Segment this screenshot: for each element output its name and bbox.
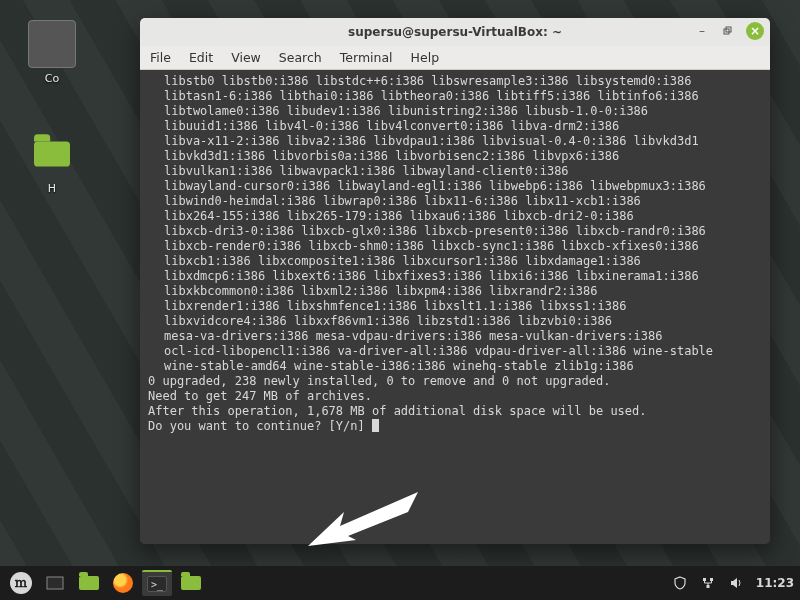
firefox-icon: [113, 573, 133, 593]
pkg-line: libvkd3d1:i386 libvorbis0a:i386 libvorbi…: [148, 149, 762, 164]
desktop-icon-label: Co: [45, 72, 59, 85]
computer-icon: [28, 20, 76, 68]
terminal-window: supersu@supersu-VirtualBox: ~ – × File E…: [140, 18, 770, 544]
pkg-line: libx264-155:i386 libx265-179:i386 libxau…: [148, 209, 762, 224]
pkg-line: libxcb1:i386 libxcomposite1:i386 libxcur…: [148, 254, 762, 269]
menu-search[interactable]: Search: [279, 50, 322, 65]
pkg-line: wine-stable-amd64 wine-stable-i386:i386 …: [148, 359, 762, 374]
pkg-line: libwayland-cursor0:i386 libwayland-egl1:…: [148, 179, 762, 194]
menubar: File Edit View Search Terminal Help: [140, 46, 770, 70]
pkg-line: libxdmcp6:i386 libxext6:i386 libxfixes3:…: [148, 269, 762, 284]
svg-rect-4: [703, 578, 706, 581]
taskbar: ⅿ >_ 11:23: [0, 566, 800, 600]
summary-line: After this operation, 1,678 MB of additi…: [148, 404, 762, 419]
pkg-line: ocl-icd-libopencl1:i386 va-driver-all:i3…: [148, 344, 762, 359]
desktop-icon-home[interactable]: H: [20, 130, 84, 195]
taskbar-clock[interactable]: 11:23: [756, 576, 794, 590]
summary-line: Need to get 247 MB of archives.: [148, 389, 762, 404]
network-icon[interactable]: [700, 575, 716, 591]
svg-rect-5: [710, 578, 713, 581]
menu-terminal[interactable]: Terminal: [340, 50, 393, 65]
taskbar-firefox-button[interactable]: [108, 570, 138, 596]
menu-file[interactable]: File: [150, 50, 171, 65]
pkg-line: libxkbcommon0:i386 libxml2:i386 libxpm4:…: [148, 284, 762, 299]
home-folder-icon: [28, 130, 76, 178]
taskbar-files-button[interactable]: [74, 570, 104, 596]
desktop-icon-computer[interactable]: Co: [20, 20, 84, 85]
pkg-line: libxvidcore4:i386 libxxf86vm1:i386 libzs…: [148, 314, 762, 329]
taskbar-terminal-button[interactable]: >_: [142, 570, 172, 596]
menu-help[interactable]: Help: [411, 50, 440, 65]
pkg-line: libtwolame0:i386 libudev1:i386 libunistr…: [148, 104, 762, 119]
window-controls: – ×: [694, 22, 764, 40]
pkg-line: libwind0-heimdal:i386 libwrap0:i386 libx…: [148, 194, 762, 209]
menu-view[interactable]: View: [231, 50, 261, 65]
shield-icon[interactable]: [672, 575, 688, 591]
svg-rect-6: [706, 585, 709, 588]
pkg-line: libstb0 libstb0:i386 libstdc++6:i386 lib…: [148, 74, 762, 89]
desktop-icon: [46, 576, 64, 590]
menu-edit[interactable]: Edit: [189, 50, 213, 65]
desktop-icon-label: H: [48, 182, 56, 195]
volume-icon[interactable]: [728, 575, 744, 591]
pkg-line: libxcb-dri3-0:i386 libxcb-glx0:i386 libx…: [148, 224, 762, 239]
show-desktop-button[interactable]: [40, 570, 70, 596]
taskbar-files2-button[interactable]: [176, 570, 206, 596]
pkg-line: libva-x11-2:i386 libva2:i386 libvdpau1:i…: [148, 134, 762, 149]
pkg-line: libuuid1:i386 libv4l-0:i386 libv4lconver…: [148, 119, 762, 134]
close-button[interactable]: ×: [746, 22, 764, 40]
titlebar[interactable]: supersu@supersu-VirtualBox: ~ – ×: [140, 18, 770, 46]
terminal-output[interactable]: libstb0 libstb0:i386 libstdc++6:i386 lib…: [140, 70, 770, 544]
summary-line: 0 upgraded, 238 newly installed, 0 to re…: [148, 374, 762, 389]
start-menu-button[interactable]: ⅿ: [6, 570, 36, 596]
pkg-line: libxrender1:i386 libxshmfence1:i386 libx…: [148, 299, 762, 314]
pkg-line: libvulkan1:i386 libwavpack1:i386 libwayl…: [148, 164, 762, 179]
pkg-line: mesa-va-drivers:i386 mesa-vdpau-drivers:…: [148, 329, 762, 344]
maximize-button[interactable]: [720, 23, 736, 39]
folder-icon: [181, 576, 201, 590]
pkg-line: libtasn1-6:i386 libthai0:i386 libtheora0…: [148, 89, 762, 104]
terminal-icon: >_: [147, 576, 167, 592]
prompt-line: Do you want to continue? [Y/n]: [148, 419, 762, 434]
mint-logo-icon: ⅿ: [10, 572, 32, 594]
folder-icon: [79, 576, 99, 590]
terminal-cursor: [372, 419, 379, 432]
window-title: supersu@supersu-VirtualBox: ~: [140, 25, 770, 39]
svg-rect-3: [47, 577, 63, 589]
pkg-line: libxcb-render0:i386 libxcb-shm0:i386 lib…: [148, 239, 762, 254]
minimize-button[interactable]: –: [694, 23, 710, 39]
